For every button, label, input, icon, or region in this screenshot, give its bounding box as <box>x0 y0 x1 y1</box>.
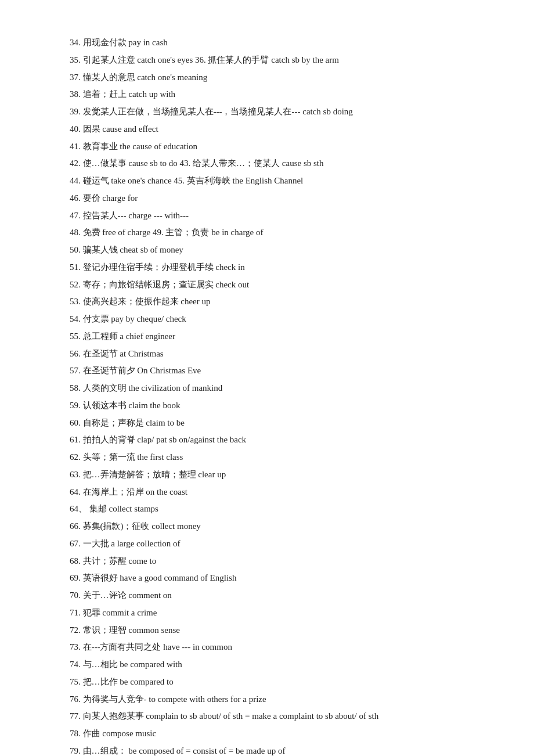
list-item: 67. 一大批 a large collection of <box>70 536 464 552</box>
list-item: 58. 人类的文明 the civilization of mankind <box>70 380 464 397</box>
list-item: 34. 用现金付款 pay in cash <box>70 35 464 51</box>
list-item: 74. 与…相比 be compared with <box>70 657 464 673</box>
list-item: 52. 寄存；向旅馆结帐退房；查证属实 check out <box>70 277 464 293</box>
list-item: 53. 使高兴起来；使振作起来 cheer up <box>70 294 464 310</box>
list-item: 73. 在---方面有共同之处 have --- in common <box>70 639 464 656</box>
list-item: 68. 共计；苏醒 come to <box>70 553 464 570</box>
list-item: 72. 常识；理智 common sense <box>70 622 464 639</box>
list-item: 51. 登记办理住宿手续；办理登机手续 check in <box>70 260 464 276</box>
list-item: 55. 总工程师 a chief engineer <box>70 329 464 345</box>
list-item: 77. 向某人抱怨某事 complain to sb about/ of sth… <box>70 708 464 725</box>
list-item: 61. 拍拍人的背脊 clap/ pat sb on/against the b… <box>70 432 464 448</box>
list-item: 50. 骗某人钱 cheat sb of money <box>70 242 464 258</box>
list-item: 54. 付支票 pay by cheque/ check <box>70 311 464 327</box>
list-item: 64. 在海岸上；沿岸 on the coast <box>70 484 464 501</box>
list-item: 57. 在圣诞节前夕 On Christmas Eve <box>70 363 464 379</box>
list-item: 39. 发觉某人正在做，当场撞见某人在---，当场撞见某人在--- catch … <box>70 104 464 120</box>
list-item: 40. 因果 cause and effect <box>70 121 464 138</box>
list-item: 70. 关于…评论 comment on <box>70 588 464 604</box>
list-item: 35. 引起某人注意 catch one's eyes 36. 抓住某人的手臂 … <box>70 52 464 69</box>
list-item: 69. 英语很好 have a good command of English <box>70 570 464 586</box>
list-item: 59. 认领这本书 claim the book <box>70 398 464 414</box>
vocabulary-list: 34. 用现金付款 pay in cash35. 引起某人注意 catch on… <box>70 35 464 756</box>
list-item: 76. 为得奖与人竞争- to compete with others for … <box>70 692 464 708</box>
list-item: 63. 把…弄清楚解答；放晴；整理 clear up <box>70 467 464 483</box>
list-item: 47. 控告某人--- charge --- with--- <box>70 208 464 224</box>
list-item: 56. 在圣诞节 at Christmas <box>70 346 464 362</box>
list-item: 46. 要价 charge for <box>70 190 464 207</box>
list-item: 78. 作曲 compose music <box>70 726 464 742</box>
list-item: 48. 免费 free of charge 49. 主管；负责 be in ch… <box>70 225 464 241</box>
list-item: 41. 教育事业 the cause of education <box>70 139 464 155</box>
list-item: 42. 使…做某事 cause sb to do 43. 给某人带来…；使某人 … <box>70 156 464 172</box>
list-item: 60. 自称是；声称是 claim to be <box>70 415 464 431</box>
list-item: 71. 犯罪 commit a crime <box>70 605 464 621</box>
list-item: 44. 碰运气 take one's chance 45. 英吉利海峡 the … <box>70 173 464 189</box>
list-item: 66. 募集(捐款)；征收 collect money <box>70 519 464 535</box>
list-item: 75. 把…比作 be compared to <box>70 674 464 690</box>
list-item: 38. 追着；赶上 catch up with <box>70 87 464 103</box>
list-item: 37. 懂某人的意思 catch one's meaning <box>70 70 464 86</box>
list-item: 64、 集邮 collect stamps <box>70 501 464 517</box>
list-item: 79. 由…组成： be composed of = consist of = … <box>70 743 464 756</box>
list-item: 62. 头等；第一流 the first class <box>70 449 464 466</box>
